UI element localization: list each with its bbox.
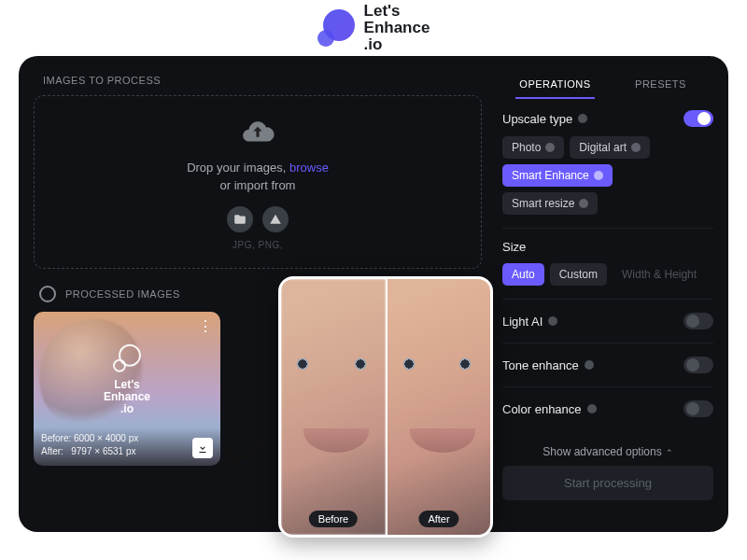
browse-link[interactable]: browse xyxy=(289,161,329,175)
tone-enhance-toggle[interactable] xyxy=(684,357,713,373)
download-button[interactable] xyxy=(192,438,213,458)
app-window: IMAGES TO PROCESS Drop your images, brow… xyxy=(19,56,728,532)
show-advanced-toggle[interactable]: Show advanced options⌃ xyxy=(502,430,713,466)
card-dimensions: Before: 6000 × 4000 px After: 9797 × 653… xyxy=(41,432,138,458)
formats-hint: JPG, PNG, xyxy=(233,240,283,250)
before-badge: Before xyxy=(309,511,358,527)
card-menu-icon[interactable]: ⋮ xyxy=(198,319,213,334)
arrow-annotation-icon xyxy=(218,414,275,473)
upscale-type-toggle[interactable] xyxy=(684,110,713,127)
info-icon[interactable] xyxy=(585,360,594,370)
import-drive-button[interactable] xyxy=(262,206,289,232)
info-icon[interactable] xyxy=(545,143,555,152)
images-to-process-heading: IMAGES TO PROCESS xyxy=(43,75,482,86)
preview-before: Before xyxy=(281,279,386,535)
dropzone-text: Drop your images, browse or import from xyxy=(187,159,329,195)
size-auto[interactable]: Auto xyxy=(502,263,544,286)
brand-logo-overlay-icon xyxy=(113,343,141,371)
info-icon[interactable] xyxy=(594,171,603,180)
brand-wordmark: Let's Enhance .io xyxy=(364,3,430,53)
processed-image-card[interactable]: ⋮ Let's Enhance .io Before: 6000 × 4000 … xyxy=(34,312,220,466)
chevron-up-icon: ⌃ xyxy=(666,448,673,457)
size-label: Size xyxy=(502,240,713,254)
processed-heading: PROCESSED IMAGES xyxy=(65,288,180,300)
start-processing-button[interactable]: Start processing xyxy=(502,466,713,500)
info-icon[interactable] xyxy=(578,114,587,123)
import-folder-button[interactable] xyxy=(227,206,253,232)
chip-photo[interactable]: Photo xyxy=(502,136,564,159)
info-icon[interactable] xyxy=(579,199,588,208)
tab-presets[interactable]: PRESETS xyxy=(608,71,713,99)
chip-smart-resize[interactable]: Smart resize xyxy=(502,192,598,215)
brand-header: Let's Enhance .io xyxy=(0,0,747,56)
before-after-preview: Before After xyxy=(278,276,493,538)
info-icon[interactable] xyxy=(587,404,597,413)
light-ai-toggle[interactable] xyxy=(684,313,713,329)
color-enhance-toggle[interactable] xyxy=(684,400,713,417)
size-hint: Width & Height xyxy=(613,263,706,286)
light-ai-label: Light AI xyxy=(502,315,557,329)
brand-logo-icon xyxy=(317,9,355,47)
tone-enhance-label: Tone enhance xyxy=(502,358,594,372)
processed-progress-icon xyxy=(39,286,56,302)
tab-operations[interactable]: OPERATIONS xyxy=(502,71,608,99)
preview-after: After xyxy=(386,279,490,535)
upscale-type-label: Upscale type xyxy=(502,112,587,126)
chip-digital-art[interactable]: Digital art xyxy=(570,136,650,159)
svg-point-0 xyxy=(227,453,236,462)
info-icon[interactable] xyxy=(631,143,641,152)
card-brand-overlay: Let's Enhance .io xyxy=(104,343,150,415)
upload-cloud-icon xyxy=(240,115,275,153)
chip-smart-enhance[interactable]: Smart Enhance xyxy=(502,164,613,187)
after-badge: After xyxy=(418,511,458,527)
color-enhance-label: Color enhance xyxy=(502,402,597,416)
upload-dropzone[interactable]: Drop your images, browse or import from … xyxy=(34,95,482,269)
operations-panel: OPERATIONS PRESETS Upscale type Photo Di… xyxy=(482,71,728,517)
info-icon[interactable] xyxy=(548,316,557,326)
size-custom[interactable]: Custom xyxy=(550,263,607,286)
